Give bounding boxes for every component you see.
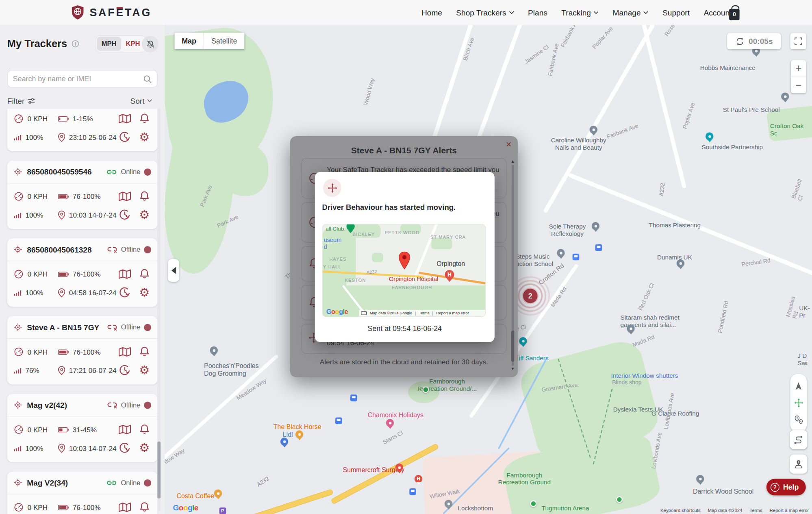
cart-icon[interactable]: 0 — [729, 9, 739, 20]
bell-icon[interactable] — [139, 501, 150, 513]
gear-icon[interactable]: ⚙ — [139, 364, 150, 376]
zoom-out-button[interactable]: − — [791, 77, 806, 93]
nav-item-plans[interactable]: Plans — [528, 8, 547, 17]
tracker-card[interactable]: Mag v2(42) Offline — [7, 394, 158, 462]
map-poi-pin[interactable] — [519, 337, 527, 345]
brand-logo[interactable]: SAFETAG — [70, 4, 152, 20]
gear-icon[interactable]: ⚙ — [139, 442, 150, 453]
history-icon[interactable] — [119, 286, 131, 298]
map-poi-pin[interactable] — [214, 490, 222, 497]
move-mode-button[interactable] — [794, 394, 803, 412]
map-icon[interactable] — [119, 113, 131, 124]
map-poi-pin[interactable] — [592, 222, 599, 230]
tracker-card-header[interactable]: Steve A - BN15 7GY Offline — [7, 316, 158, 339]
map-label: Tugmutton Arena — [542, 505, 589, 512]
fullscreen-button[interactable] — [790, 33, 806, 50]
map-poi-pin[interactable] — [386, 419, 394, 427]
gear-icon[interactable]: ⚙ — [139, 209, 150, 220]
multi-pin-button[interactable] — [794, 412, 803, 429]
map-poi-pin[interactable] — [295, 430, 303, 438]
history-icon[interactable] — [119, 208, 131, 221]
map-poi-pin[interactable] — [706, 133, 713, 140]
bus-stop-icon[interactable] — [350, 394, 357, 401]
map-icon[interactable] — [119, 425, 131, 435]
tracker-card-header[interactable]: 865080045059546 Online — [7, 161, 158, 183]
history-icon[interactable] — [119, 442, 131, 454]
map-icon[interactable] — [119, 346, 131, 357]
sidebar-scrollbar-thumb[interactable] — [157, 442, 161, 499]
map-poi-pin[interactable] — [627, 325, 634, 332]
map-poi-pin[interactable] — [445, 500, 452, 507]
park-poi-pin[interactable] — [422, 386, 429, 393]
history-icon[interactable] — [119, 364, 131, 377]
bell-icon[interactable] — [139, 268, 150, 280]
info-icon[interactable]: i — [71, 40, 79, 48]
park-poi-pin[interactable] — [530, 500, 537, 507]
refresh-icon[interactable] — [735, 37, 745, 46]
parking-icon[interactable]: P — [219, 507, 226, 514]
bus-stop-icon[interactable] — [409, 488, 416, 495]
map-poi-pin[interactable] — [395, 464, 403, 471]
map-icon[interactable] — [119, 502, 131, 512]
nav-item-home[interactable]: Home — [421, 8, 442, 17]
nav-item-tracking[interactable]: Tracking — [561, 8, 599, 17]
bell-icon[interactable] — [139, 113, 150, 124]
map-poi-pin[interactable] — [677, 259, 684, 267]
bell-icon[interactable] — [139, 424, 150, 435]
gear-icon[interactable]: ⚙ — [139, 131, 150, 142]
map-poi-pin[interactable] — [781, 92, 789, 100]
map-poi-pin[interactable] — [696, 475, 704, 483]
report-error-link[interactable]: Report a map error — [436, 311, 469, 316]
alert-minimap[interactable]: all ClubBICKLEYPETTS WOODST MARY CRAuseu… — [322, 224, 486, 317]
nav-item-support[interactable]: Support — [662, 8, 690, 17]
navigation-arrow-button[interactable] — [794, 378, 803, 394]
speedometer-icon — [13, 425, 24, 435]
tracker-card[interactable]: Steve A - BN15 7GY Offline — [7, 316, 158, 384]
keyboard-shortcuts-link[interactable]: Keyboard shortcuts — [660, 508, 701, 513]
tracker-card-header[interactable]: 865080045061328 Offline — [7, 238, 158, 261]
unit-mph-button[interactable]: MPH — [97, 37, 121, 50]
tracker-card[interactable]: Mag V2(34) Online — [7, 472, 158, 514]
map-poi-pin[interactable] — [210, 346, 218, 354]
tracker-card[interactable]: 0 KPH 100% — [7, 109, 158, 151]
tracker-card-header[interactable]: Mag V2(34) Online — [7, 472, 158, 494]
map-icon[interactable] — [119, 269, 131, 279]
nav-item-manage[interactable]: Manage — [612, 8, 648, 17]
history-icon[interactable] — [119, 131, 131, 143]
refresh-timer[interactable]: 00:05s — [727, 33, 781, 50]
bus-stop-icon[interactable] — [573, 254, 580, 261]
map-poi-pin[interactable] — [590, 126, 597, 133]
notifications-muted-button[interactable] — [142, 36, 158, 52]
map-label: Fairbank Ave — [559, 25, 581, 48]
search-input[interactable] — [13, 74, 143, 83]
park-poi-pin[interactable] — [616, 496, 623, 503]
bus-stop-icon[interactable] — [335, 417, 342, 424]
map-icon[interactable] — [119, 191, 131, 201]
location-pin-icon — [58, 210, 65, 220]
sidebar-collapse-button[interactable] — [168, 259, 179, 282]
locate-on-map-button[interactable] — [790, 455, 807, 474]
tracker-card[interactable]: 865080045061328 Offline — [7, 238, 158, 307]
bell-icon[interactable] — [139, 346, 150, 357]
gear-icon[interactable]: ⚙ — [139, 287, 150, 298]
filter-button[interactable]: Filter — [7, 96, 35, 105]
satellite-view-button[interactable]: Satellite — [204, 33, 244, 49]
search-icon[interactable] — [143, 74, 152, 83]
nav-item-shop-trackers[interactable]: Shop Trackers — [456, 8, 514, 17]
tracker-card[interactable]: 865080045059546 Online — [7, 161, 158, 229]
tracker-card-header[interactable]: Mag v2(42) Offline — [7, 394, 158, 416]
bus-stop-icon[interactable] — [595, 244, 602, 251]
terms-link[interactable]: Terms — [749, 508, 762, 513]
map-view-button[interactable]: Map — [174, 33, 203, 49]
route-history-button[interactable] — [790, 430, 807, 449]
map-poi-pin[interactable] — [280, 438, 288, 445]
report-error-link[interactable]: Report a map error — [769, 508, 809, 513]
map-poi-pin[interactable] — [557, 249, 564, 257]
sort-button[interactable]: Sort — [130, 96, 152, 105]
zoom-in-button[interactable]: + — [791, 60, 806, 77]
map-poi-pin[interactable]: H — [415, 475, 422, 483]
bell-icon[interactable] — [139, 191, 150, 202]
unit-kph-button[interactable]: KPH — [121, 37, 145, 50]
terms-link[interactable]: Terms — [419, 311, 430, 316]
help-button[interactable]: ? Help — [766, 479, 806, 495]
